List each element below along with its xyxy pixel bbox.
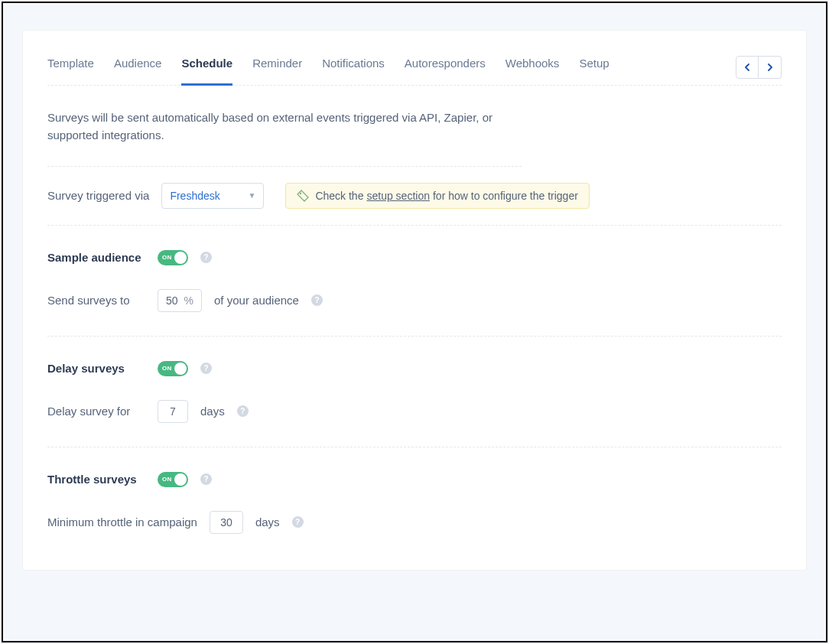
throttle-days-input[interactable]: 30 [210,511,243,534]
throttle-unit: days [255,516,280,529]
delay-days-input[interactable]: 7 [158,400,188,423]
throttle-surveys-toggle[interactable]: ON [158,472,188,487]
help-icon[interactable]: ? [200,473,212,485]
sample-value-row: Send surveys to 50 % of your audience ? [47,287,782,314]
trigger-section: Survey triggered via Freshdesk ▼ Check t… [47,167,782,226]
delay-days-value: 7 [170,405,176,418]
toggle-knob [174,473,187,486]
trigger-select-value: Freshdesk [170,190,219,202]
trigger-hint: Check the setup section for how to confi… [285,183,589,209]
trigger-select[interactable]: Freshdesk ▼ [161,183,264,209]
help-icon[interactable]: ? [200,252,212,263]
throttle-label: Minimum throttle in campaign [47,516,197,529]
chevron-down-icon: ▼ [249,191,256,200]
trigger-row: Survey triggered via Freshdesk ▼ Check t… [47,182,782,210]
tabs-header: Template Audience Schedule Reminder Noti… [47,49,782,86]
throttle-title-row: Throttle surveys ON ? [47,466,782,493]
sample-percent-input[interactable]: 50 % [158,289,202,312]
help-icon[interactable]: ? [237,405,249,417]
sample-title-row: Sample audience ON ? [47,244,782,272]
delay-title-row: Delay surveys ON ? [47,355,782,382]
help-icon[interactable]: ? [200,363,212,374]
help-icon[interactable]: ? [311,294,323,306]
chevron-left-icon [744,63,750,71]
svg-point-0 [300,192,301,194]
sample-audience-toggle[interactable]: ON [158,250,188,265]
tab-notifications[interactable]: Notifications [322,49,385,86]
toggle-knob [174,252,187,264]
delay-unit: days [200,405,225,418]
delay-surveys-toggle[interactable]: ON [158,361,188,376]
throttle-surveys-title: Throttle surveys [47,473,145,486]
toggle-knob [174,363,187,375]
sample-audience-title: Sample audience [47,251,145,264]
hint-suffix: for how to configure the trigger [433,190,578,202]
nav-prev-button[interactable] [736,56,759,79]
delay-surveys-title: Delay surveys [47,362,145,375]
tab-template[interactable]: Template [47,49,94,86]
sample-percent-value: 50 [166,294,178,307]
tab-schedule[interactable]: Schedule [181,49,232,86]
setup-section-link[interactable]: setup section [366,190,430,202]
chevron-right-icon [767,63,773,71]
tabs-list: Template Audience Schedule Reminder Noti… [47,49,610,85]
tab-audience[interactable]: Audience [114,49,162,86]
tab-webhooks[interactable]: Webhooks [506,49,560,86]
help-icon[interactable]: ? [292,516,304,528]
toggle-on-label: ON [162,254,172,261]
throttle-surveys-section: Throttle surveys ON ? Minimum throttle i… [47,447,782,544]
nav-buttons [736,56,782,79]
throttle-days-value: 30 [220,516,232,529]
trigger-label: Survey triggered via [47,189,149,202]
toggle-on-label: ON [162,476,172,483]
throttle-value-row: Minimum throttle in campaign 30 days ? [47,509,782,536]
tag-icon [297,190,309,202]
intro-text: Surveys will be sent automatically based… [47,86,522,167]
sample-suffix: of your audience [214,294,299,307]
nav-next-button[interactable] [759,56,782,79]
delay-survey-label: Delay survey for [47,405,145,418]
tab-autoresponders[interactable]: Autoresponders [405,49,486,86]
toggle-on-label: ON [162,365,172,372]
tab-reminder[interactable]: Reminder [252,49,302,86]
hint-prefix: Check the [315,190,363,202]
send-surveys-label: Send surveys to [47,294,145,307]
sample-audience-section: Sample audience ON ? Send surveys to 50 … [47,226,782,337]
delay-value-row: Delay survey for 7 days ? [47,398,782,425]
tab-setup[interactable]: Setup [579,49,609,86]
sample-percent-unit: % [184,294,193,307]
delay-surveys-section: Delay surveys ON ? Delay survey for 7 da… [47,337,782,447]
schedule-panel: Template Audience Schedule Reminder Noti… [23,31,806,570]
page-background: Template Audience Schedule Reminder Noti… [2,2,827,642]
